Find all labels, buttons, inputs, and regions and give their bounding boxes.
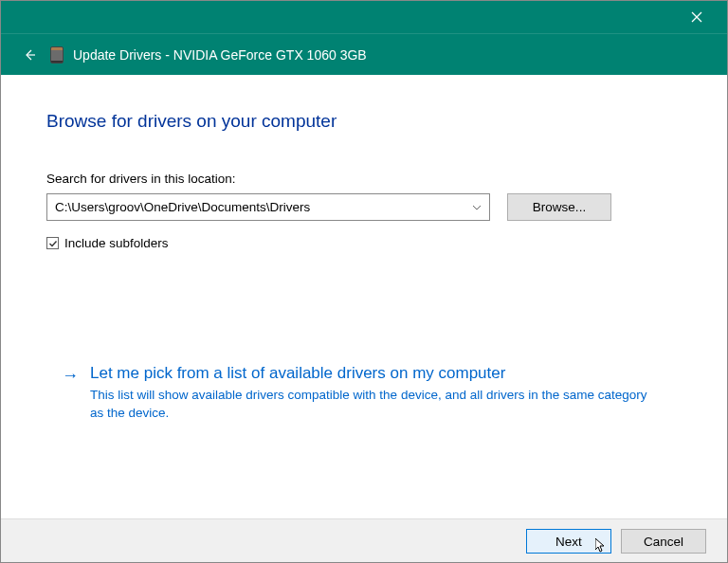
checkmark-icon (48, 239, 58, 248)
path-row: C:\Users\groov\OneDrive\Documents\Driver… (46, 193, 682, 221)
path-combobox[interactable]: C:\Users\groov\OneDrive\Documents\Driver… (46, 193, 490, 221)
browse-button[interactable]: Browse... (507, 193, 611, 221)
header-title: Update Drivers - NVIDIA GeForce GTX 1060… (73, 47, 367, 63)
content-area: Browse for drivers on your computer Sear… (1, 75, 727, 518)
cursor-icon (595, 538, 607, 554)
next-button[interactable]: Next (526, 529, 611, 554)
option-title: Let me pick from a list of available dri… (90, 364, 653, 383)
back-button[interactable] (20, 48, 39, 62)
include-subfolders-checkbox[interactable] (46, 237, 59, 249)
back-arrow-icon (23, 48, 36, 62)
include-subfolders-label: Include subfolders (64, 236, 169, 250)
option-description: This list will show available drivers co… (90, 387, 653, 423)
arrow-right-icon: → (62, 366, 79, 423)
device-icon (50, 46, 64, 64)
header-bar: Update Drivers - NVIDIA GeForce GTX 1060… (1, 33, 727, 75)
pick-from-list-option[interactable]: → Let me pick from a list of available d… (46, 364, 682, 423)
next-button-label: Next (555, 535, 582, 549)
titlebar (1, 1, 727, 33)
path-value: C:\Users\groov\OneDrive\Documents\Driver… (55, 200, 310, 214)
cancel-button[interactable]: Cancel (621, 529, 706, 554)
close-icon (691, 11, 702, 23)
search-location-label: Search for drivers in this location: (46, 172, 682, 186)
option-text: Let me pick from a list of available dri… (90, 364, 682, 423)
chevron-down-icon (472, 203, 482, 212)
close-button[interactable] (676, 1, 718, 33)
page-heading: Browse for drivers on your computer (46, 111, 682, 132)
include-subfolders-row: Include subfolders (46, 236, 682, 250)
footer: Next Cancel (1, 518, 727, 563)
